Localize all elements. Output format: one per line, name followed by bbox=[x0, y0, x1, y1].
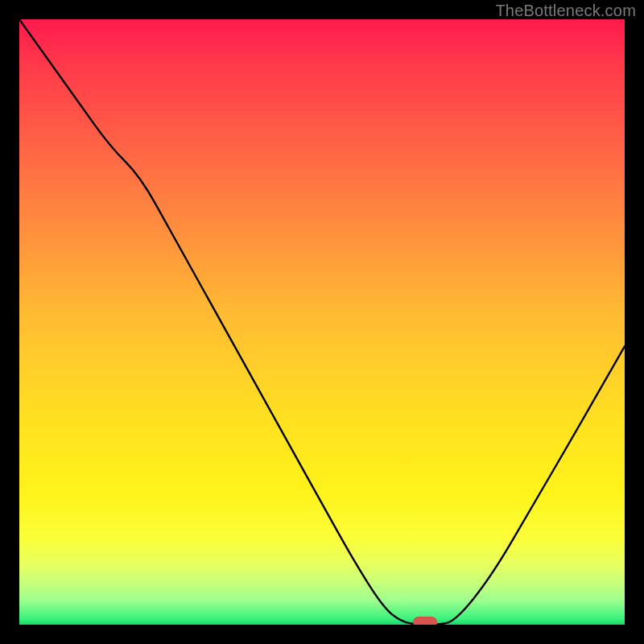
chart-frame: TheBottleneck.com bbox=[0, 0, 644, 644]
optimal-point-marker bbox=[413, 617, 437, 625]
bottleneck-curve bbox=[19, 19, 625, 625]
plot-area bbox=[19, 19, 625, 625]
watermark-text: TheBottleneck.com bbox=[495, 2, 636, 20]
